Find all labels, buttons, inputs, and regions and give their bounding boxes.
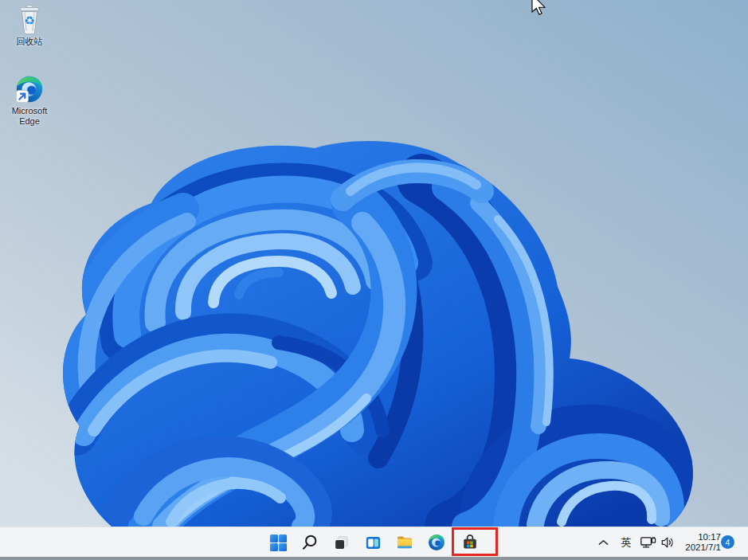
widgets-button[interactable]	[357, 528, 389, 557]
clock-time: 10:17	[698, 532, 721, 543]
wallpaper-bloom	[0, 0, 748, 527]
desktop-icon-microsoft-edge[interactable]: Microsoft Edge	[2, 73, 57, 127]
search-icon	[300, 534, 319, 552]
recycle-bin-icon: ♻	[14, 4, 45, 36]
notification-count: 4	[726, 538, 730, 547]
windows-logo-icon	[269, 534, 288, 552]
network-button[interactable]	[638, 528, 659, 557]
notification-badge[interactable]: 4	[721, 535, 734, 549]
edge-icon	[427, 533, 446, 552]
taskbar: 英 10:17 2021/7/1	[0, 527, 748, 557]
edge-icon	[14, 73, 45, 105]
clock[interactable]: 10:17 2021/7/1	[672, 528, 721, 557]
task-view-icon	[332, 534, 351, 552]
widgets-icon	[364, 534, 382, 552]
search-button[interactable]	[293, 528, 325, 557]
screen-bottom-edge	[0, 557, 748, 560]
arrow-pointer-icon	[531, 0, 546, 16]
edge-browser-button[interactable]	[421, 528, 452, 557]
start-button[interactable]	[262, 528, 294, 557]
microsoft-store-button[interactable]	[454, 528, 486, 557]
file-explorer-button[interactable]	[389, 528, 421, 557]
chevron-up-icon	[598, 539, 609, 546]
task-view-button[interactable]	[325, 528, 357, 557]
svg-text:♻: ♻	[24, 14, 34, 28]
desktop-icon-recycle-bin[interactable]: ♻ 回收站	[2, 4, 57, 47]
folder-icon	[395, 533, 414, 552]
ime-label: 英	[621, 535, 632, 550]
desktop-icon-label: Microsoft Edge	[3, 106, 56, 127]
desktop-icon-label: 回收站	[17, 37, 43, 47]
store-bag-icon	[460, 533, 480, 552]
network-icon	[640, 536, 656, 549]
show-hidden-icons-button[interactable]	[594, 528, 612, 557]
clock-date: 2021/7/1	[685, 542, 721, 554]
ime-language-button[interactable]: 英	[617, 528, 636, 557]
windows-desktop-screen: ♻ 回收站	[0, 0, 748, 560]
